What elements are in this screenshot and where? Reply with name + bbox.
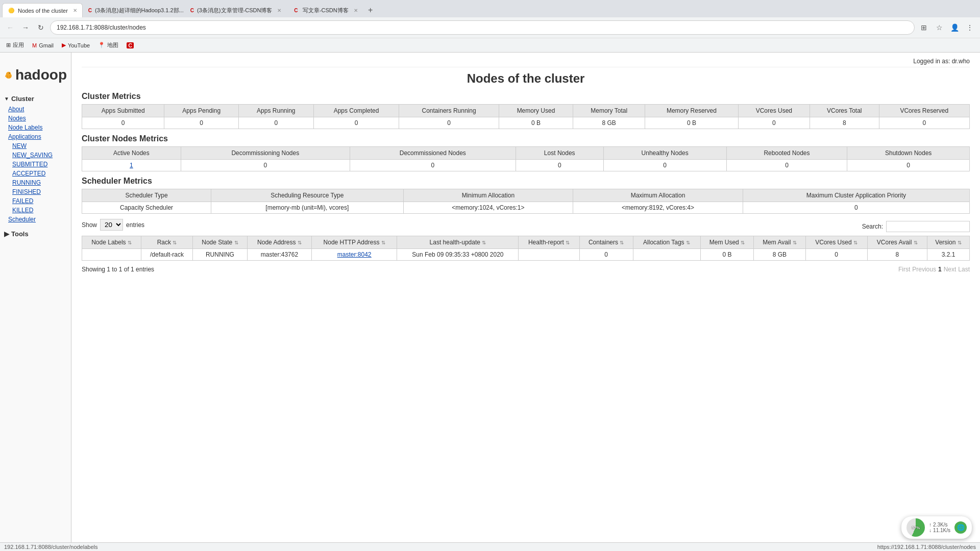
new-tab-button[interactable]: + [363, 3, 378, 17]
nt-header-vcores-avail[interactable]: VCores Avail ⇅ [867, 236, 927, 249]
row-mem-avail: 8 GB [754, 249, 805, 261]
row-health-report [519, 249, 579, 261]
cm-val-1: 0 [164, 117, 239, 129]
menu-icon[interactable]: ⋮ [964, 21, 976, 34]
search-input[interactable] [886, 221, 970, 232]
nt-header-version[interactable]: Version ⇅ [927, 236, 969, 249]
bookmark-maps[interactable]: 📍 地图 [96, 40, 120, 50]
status-url: 192.168.1.71:8088/cluster/nodelabels [4, 544, 97, 550]
row-http[interactable]: master:8042 [311, 249, 397, 261]
status-right: https://192.168.1.71:8088/cluster/nodes [877, 544, 976, 550]
tab-hadoop[interactable]: C (3条消息)超详细的Hadoop3.1.2部... ✕ [83, 3, 185, 17]
tab-csdn1[interactable]: C (3条消息)文章管理-CSDN博客 ✕ [185, 3, 287, 17]
nt-header-containers[interactable]: Containers ⇅ [579, 236, 633, 249]
cpu-circle: 57% [906, 518, 925, 537]
sidebar-app-accepted[interactable]: ACCEPTED [0, 169, 71, 178]
sidebar-app-submitted[interactable]: SUBMITTED [0, 160, 71, 169]
cm-header-8: VCores Used [738, 105, 810, 117]
sidebar-about[interactable]: About [0, 105, 71, 114]
cnm-header-6: Shutdown Nodes [847, 147, 970, 160]
svg-point-5 [9, 76, 10, 78]
nt-header-mem-used[interactable]: Mem Used ⇅ [700, 236, 754, 249]
sm-val-2: <memory:1024, vCores:1> [403, 202, 573, 214]
tab-csdn2[interactable]: C 写文章-CSDN博客 ✕ [287, 3, 363, 17]
sort-icon-state: ⇅ [234, 240, 238, 245]
row-health-update: Sun Feb 09 09:35:33 +0800 2020 [397, 249, 519, 261]
nt-header-state[interactable]: Node State ⇅ [192, 236, 247, 249]
sidebar-cluster-header[interactable]: ▼ Cluster [0, 93, 71, 105]
pagination-prev[interactable]: Previous [912, 266, 936, 273]
nt-header-vcores-used[interactable]: VCores Used ⇅ [805, 236, 867, 249]
sort-icon-labels: ⇅ [128, 240, 132, 245]
bookmark-apps[interactable]: ⊞ 应用 [4, 40, 26, 50]
sidebar-app-new[interactable]: NEW [0, 141, 71, 151]
nt-header-rack[interactable]: Rack ⇅ [141, 236, 193, 249]
cnm-val-0[interactable]: 1 [82, 160, 181, 171]
bookmark-gmail[interactable]: M Gmail [30, 41, 56, 49]
nt-header-address[interactable]: Node Address ⇅ [248, 236, 312, 249]
cpu-percent: 57% [912, 525, 920, 530]
sm-header-4: Maximum Cluster Application Priority [743, 189, 969, 202]
sort-icon-health-update: ⇅ [482, 240, 486, 245]
sort-icon-containers: ⇅ [620, 240, 624, 245]
bookmark-c[interactable]: C [125, 41, 136, 49]
scheduler-metrics-table: Scheduler Type Scheduling Resource Type … [82, 189, 970, 214]
pagination-next[interactable]: Next [944, 266, 957, 273]
cm-header-0: Apps Submitted [82, 105, 164, 117]
cm-val-3: 0 [313, 117, 399, 129]
sidebar-app-killed[interactable]: KILLED [0, 206, 71, 215]
tab-favicon-4: C [292, 7, 300, 14]
sidebar-scheduler[interactable]: Scheduler [0, 215, 71, 224]
tab-close-3[interactable]: ✕ [277, 8, 281, 13]
nt-header-health-report[interactable]: Health-report ⇅ [519, 236, 579, 249]
pagination-page-1[interactable]: 1 [938, 266, 942, 273]
net-icon: 🌐 [954, 521, 967, 534]
nt-header-alloc-tags[interactable]: Allocation Tags ⇅ [633, 236, 700, 249]
nt-header-http[interactable]: Node HTTP Address ⇅ [311, 236, 397, 249]
cnm-header-2: Decommissioned Nodes [350, 147, 516, 160]
showing-text: Showing 1 to 1 of 1 entries [82, 263, 154, 276]
nodes-table: Node Labels ⇅ Rack ⇅ Node State ⇅ Node A… [82, 236, 970, 261]
row-alloc-tags [633, 249, 700, 261]
sidebar-app-failed[interactable]: FAILED [0, 196, 71, 206]
cnm-header-5: Rebooted Nodes [726, 147, 847, 160]
sidebar-tools-header[interactable]: ▶ Tools [0, 228, 71, 240]
extensions-icon[interactable]: ⊞ [918, 21, 930, 34]
sidebar-node-labels[interactable]: Node Labels [0, 123, 71, 132]
tab-favicon-3: C [190, 7, 194, 14]
svg-point-4 [7, 76, 8, 78]
sidebar-applications[interactable]: Applications [0, 132, 71, 141]
sidebar-nodes[interactable]: Nodes [0, 114, 71, 123]
cm-header-1: Apps Pending [164, 105, 239, 117]
tab-bar: 🟡 Nodes of the cluster ✕ C (3条消息)超详细的Had… [0, 0, 980, 17]
sidebar-app-new-saving[interactable]: NEW_SAVING [0, 151, 71, 160]
forward-button[interactable]: → [19, 21, 32, 34]
tab-close-4[interactable]: ✕ [354, 8, 358, 13]
bookmark-icon[interactable]: ☆ [933, 21, 945, 34]
show-select[interactable]: 20 [100, 219, 123, 231]
tab-nodes-cluster[interactable]: 🟡 Nodes of the cluster ✕ [2, 3, 83, 17]
row-vcores-used: 0 [805, 249, 867, 261]
sidebar-app-finished[interactable]: FINISHED [0, 187, 71, 196]
pagination-first[interactable]: First [898, 266, 910, 273]
main-content: Logged in as: dr.who Nodes of the cluste… [71, 53, 980, 551]
account-icon[interactable]: 👤 [948, 21, 961, 34]
address-input[interactable] [50, 20, 915, 35]
bookmark-gmail-label: Gmail [39, 42, 54, 48]
youtube-icon: ▶ [62, 42, 66, 48]
cnm-val-6: 0 [847, 160, 970, 171]
reload-button[interactable]: ↻ [35, 21, 47, 34]
nt-header-mem-avail[interactable]: Mem Avail ⇅ [754, 236, 805, 249]
pagination-last[interactable]: Last [958, 266, 970, 273]
cnm-val-2: 0 [350, 160, 516, 171]
row-version: 3.2.1 [927, 249, 969, 261]
sidebar-app-running[interactable]: RUNNING [0, 178, 71, 187]
back-button[interactable]: ← [4, 21, 16, 34]
sort-icon-vcores-used: ⇅ [853, 240, 857, 245]
nt-header-labels[interactable]: Node Labels ⇅ [82, 236, 141, 249]
nt-header-health-update[interactable]: Last health-update ⇅ [397, 236, 519, 249]
bookmark-youtube[interactable]: ▶ YouTube [60, 41, 92, 49]
tab-close-1[interactable]: ✕ [73, 8, 77, 13]
table-controls: Show 20 entries Search: [82, 219, 970, 234]
bookmarks-bar: ⊞ 应用 M Gmail ▶ YouTube 📍 地图 C [0, 38, 980, 52]
